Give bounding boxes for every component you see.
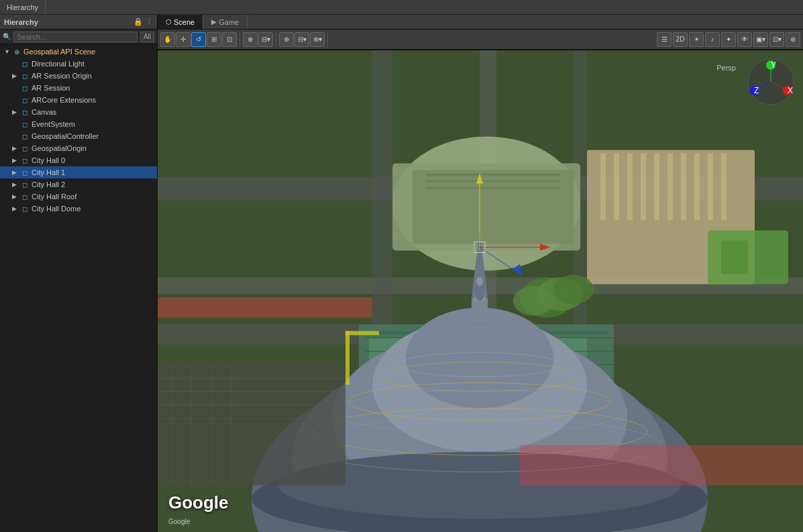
snap-tools: ⊕ ⊟▾ ⊗▾: [279, 32, 328, 47]
label-root: Geospatial API Scene: [23, 48, 95, 56]
arrow-ch0: ▶: [12, 157, 20, 164]
tree-item-ar[interactable]: ◻ AR Session: [0, 82, 157, 94]
label-chr: City Hall Roof: [32, 193, 76, 201]
arrow-ch1: ▶: [12, 169, 20, 176]
google-small-label: Google: [168, 518, 190, 525]
label-ch1: City Hall 1: [32, 168, 65, 176]
label-arcore: ARCore Extensions: [32, 96, 96, 104]
cube-icon-chd: ◻: [20, 204, 30, 213]
svg-rect-77: [158, 298, 372, 318]
lock-icon[interactable]: 🔒: [133, 17, 143, 26]
persp-label: Persp: [716, 64, 736, 72]
label-geoo: GeospatialOrigin: [32, 144, 87, 152]
svg-rect-68: [158, 365, 345, 486]
tree-item-ch0[interactable]: ▶ ◻ City Hall 0: [0, 154, 157, 166]
rect-tool[interactable]: ⊡: [222, 32, 237, 47]
svg-rect-18: [597, 174, 751, 176]
tree-item-eventsystem[interactable]: ◻ EventSystem: [0, 118, 157, 130]
tree-item-geoo[interactable]: ▶ ◻ GeospatialOrigin: [0, 142, 157, 154]
svg-text:Y: Y: [771, 60, 776, 70]
menu-icon[interactable]: ⋮: [146, 17, 153, 26]
google-watermark: Google: [168, 492, 229, 513]
svg-rect-67: [721, 241, 748, 274]
label-geosc: GeospatialController: [32, 132, 99, 140]
grid-tools: ⊕ ⊟▾: [243, 32, 276, 47]
label-chd: City Hall Dome: [32, 205, 81, 213]
viewport-area: ⬡ Scene ▶ Game ✋ ✛ ↺ ⊞ ⊡: [158, 15, 803, 532]
label-eventsystem: EventSystem: [32, 120, 75, 128]
cube-icon-ch1: ◻: [20, 168, 30, 177]
orientation-gizmo[interactable]: Y X Z: [746, 57, 796, 107]
layers-btn[interactable]: ☰: [657, 32, 672, 47]
tab-game[interactable]: ▶ Game: [203, 15, 248, 29]
search-all-button[interactable]: All: [140, 32, 154, 42]
tab-hierarchy[interactable]: Hierarchy: [0, 0, 46, 14]
cube-icon-ch0: ◻: [20, 156, 30, 165]
tree-item-chd[interactable]: ▶ ◻ City Hall Dome: [0, 203, 157, 215]
scene-tab-label: Scene: [174, 18, 195, 26]
svg-rect-19: [600, 154, 606, 221]
cube-icon-chr: ◻: [20, 192, 30, 201]
move-tool[interactable]: ✛: [176, 32, 191, 47]
label-ch0: City Hall 0: [32, 156, 65, 164]
cube-icon-canvas: ◻: [20, 107, 30, 117]
snap-dropdown[interactable]: ⊟▾: [295, 32, 309, 47]
svg-text:Z: Z: [754, 86, 759, 95]
tree-item-ch2[interactable]: ▶ ◻ City Hall 2: [0, 178, 157, 191]
scene-viewport[interactable]: Persp Y X Z Google Goo: [158, 50, 803, 532]
panel-header-icons: 🔒 ⋮: [133, 17, 153, 26]
tree-item-geosc[interactable]: ◻ GeospatialController: [0, 130, 157, 142]
tab-scene[interactable]: ⬡ Scene: [158, 15, 203, 29]
label-ar: AR Session: [32, 84, 70, 92]
transform-tools: ✋ ✛ ↺ ⊞ ⊡: [160, 32, 240, 47]
resolution-btn[interactable]: ⊡▾: [769, 32, 784, 47]
audio-btn[interactable]: ♪: [705, 32, 720, 47]
svg-rect-22: [641, 154, 646, 221]
svg-point-64: [553, 275, 594, 305]
hierarchy-panel: Hierarchy 🔒 ⋮ 🔍 All ▼ ⊕ Geospatial API S…: [0, 15, 158, 532]
search-input[interactable]: [13, 32, 138, 42]
globe-icon-root: ⊕: [12, 47, 21, 56]
2d-btn[interactable]: 2D: [673, 32, 688, 47]
tree-item-arcore[interactable]: ◻ ARCore Extensions: [0, 94, 157, 106]
light-btn[interactable]: ☀: [689, 32, 704, 47]
label-aro: AR Session Origin: [32, 72, 92, 80]
label-dl: Directional Light: [32, 60, 85, 68]
more-btn[interactable]: ⊕: [786, 32, 800, 47]
tree-item-root[interactable]: ▼ ⊕ Geospatial API Scene: [0, 46, 157, 58]
display-mode[interactable]: ▣▾: [753, 32, 768, 47]
top-bar: Hierarchy: [0, 0, 803, 15]
grid-dropdown[interactable]: ⊟▾: [258, 32, 273, 47]
scale-tool[interactable]: ⊞: [207, 32, 221, 47]
globe-btn[interactable]: ⊕: [243, 32, 258, 47]
game-icon: ▶: [211, 18, 217, 25]
arrow-ch2: ▶: [12, 181, 20, 188]
hierarchy-tab-label: Hierarchy: [7, 3, 38, 11]
svg-rect-12: [426, 180, 560, 182]
effects-btn[interactable]: ✦: [721, 32, 736, 47]
svg-rect-79: [345, 331, 350, 385]
tree-item-aro[interactable]: ▶ ◻ AR Session Origin: [0, 70, 157, 82]
svg-rect-27: [708, 154, 713, 221]
cube-icon-dl: ◻: [20, 59, 30, 68]
cube-icon-geosc: ◻: [20, 131, 30, 141]
svg-rect-78: [520, 445, 803, 486]
hierarchy-tree: ▼ ⊕ Geospatial API Scene ◻ Directional L…: [0, 44, 157, 532]
tree-item-chr[interactable]: ▶ ◻ City Hall Roof: [0, 191, 157, 203]
cube-icon-ar: ◻: [20, 83, 30, 93]
svg-rect-58: [472, 298, 488, 325]
svg-rect-24: [667, 154, 673, 221]
arrow-chd: ▶: [12, 205, 20, 212]
rotate-tool[interactable]: ↺: [191, 32, 206, 47]
cube-icon-arcore: ◻: [20, 95, 30, 105]
center-btn[interactable]: ⊕: [279, 32, 294, 47]
tree-item-dl[interactable]: ◻ Directional Light: [0, 58, 157, 70]
hand-tool[interactable]: ✋: [160, 32, 175, 47]
svg-rect-26: [694, 154, 700, 221]
hidden-btn[interactable]: 👁: [737, 32, 752, 47]
tree-item-ch1[interactable]: ▶ ◻ City Hall 1: [0, 166, 157, 178]
panel-header: Hierarchy 🔒 ⋮: [0, 15, 157, 30]
pivot-btn[interactable]: ⊗▾: [310, 32, 325, 47]
tree-item-canvas[interactable]: ▶ ◻ Canvas: [0, 106, 157, 118]
svg-rect-13: [426, 187, 560, 189]
